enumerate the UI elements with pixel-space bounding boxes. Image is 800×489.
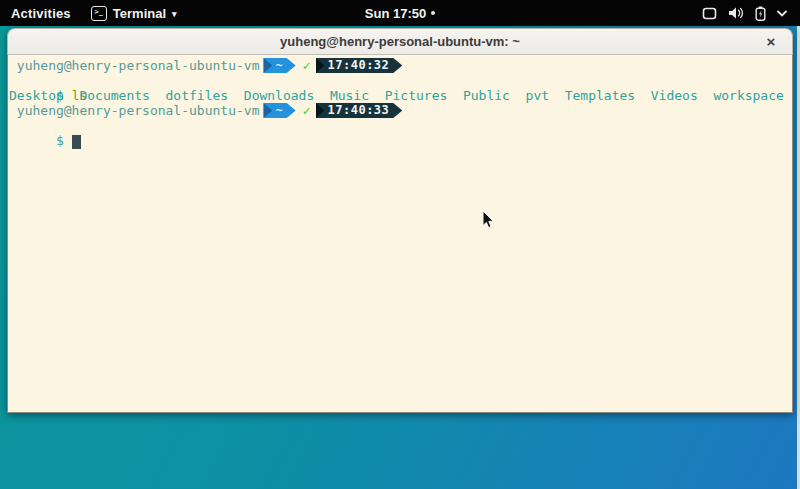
app-menu-terminal[interactable]: >_ Terminal ▾ bbox=[91, 6, 177, 21]
app-menu-label: Terminal bbox=[113, 6, 166, 21]
clock-button[interactable]: Sun 17:50 bbox=[365, 6, 435, 21]
time-chip: 17:40:33 bbox=[316, 103, 403, 118]
chevron-down-icon bbox=[777, 10, 787, 17]
system-status-area[interactable] bbox=[702, 6, 800, 21]
notification-dot-icon bbox=[431, 11, 435, 15]
top-bar: Activities >_ Terminal ▾ Sun 17:50 bbox=[0, 0, 800, 26]
status-check-icon: ✓ bbox=[303, 103, 311, 118]
terminal-window: yuheng@henry-personal-ubuntu-vm: ~ × yuh… bbox=[7, 28, 793, 413]
window-titlebar[interactable]: yuheng@henry-personal-ubuntu-vm: ~ × bbox=[7, 28, 793, 55]
prompt-char: $ bbox=[56, 133, 64, 148]
close-icon[interactable]: × bbox=[763, 34, 779, 50]
window-title: yuheng@henry-personal-ubuntu-vm: ~ bbox=[280, 34, 520, 49]
command-line: $ls bbox=[9, 73, 791, 88]
prompt-host: yuheng@henry-personal-ubuntu-vm bbox=[9, 103, 259, 118]
terminal-app-icon: >_ bbox=[91, 6, 107, 21]
activities-button[interactable]: Activities bbox=[11, 6, 71, 21]
battery-charging-icon bbox=[755, 6, 766, 21]
top-bar-left: Activities >_ Terminal ▾ bbox=[0, 6, 177, 21]
prompt-host: yuheng@henry-personal-ubuntu-vm bbox=[9, 58, 259, 73]
chevron-down-icon: ▾ bbox=[172, 10, 177, 19]
status-check-icon: ✓ bbox=[303, 58, 311, 73]
input-line: $ bbox=[9, 118, 791, 133]
volume-icon bbox=[728, 6, 744, 20]
ls-output-line: Desktop Documents dotfiles Downloads Mus… bbox=[9, 88, 791, 103]
clock-label: Sun 17:50 bbox=[365, 6, 426, 21]
cwd-chip: ~ bbox=[263, 103, 295, 118]
text-cursor-block bbox=[72, 135, 81, 149]
prompt-line-1: yuheng@henry-personal-ubuntu-vm ~ ✓ 17:4… bbox=[9, 58, 791, 73]
prompt-line-2: yuheng@henry-personal-ubuntu-vm ~ ✓ 17:4… bbox=[9, 103, 791, 118]
time-chip: 17:40:32 bbox=[316, 58, 403, 73]
cwd-chip: ~ bbox=[263, 58, 295, 73]
terminal-viewport[interactable]: yuheng@henry-personal-ubuntu-vm ~ ✓ 17:4… bbox=[7, 55, 793, 413]
wired-network-icon bbox=[702, 7, 717, 20]
